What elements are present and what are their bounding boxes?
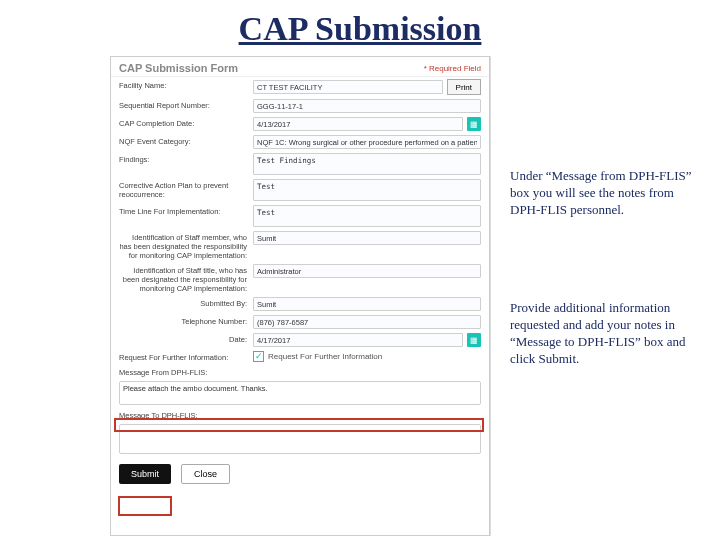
submit-button[interactable]: Submit (119, 464, 171, 484)
compdate-input[interactable] (253, 117, 463, 131)
label-rfi: Request For Further Information: (119, 351, 247, 362)
label-nqf: NQF Event Category: (119, 135, 247, 146)
calendar-icon[interactable]: ▦ (467, 117, 481, 131)
label-date: Date: (119, 333, 247, 344)
rfi-check-label: Request For Further Information (268, 352, 382, 361)
close-button[interactable]: Close (181, 464, 230, 484)
label-stafftitle: Identification of Staff title, who has b… (119, 264, 247, 293)
label-capplan: Corrective Action Plan to prevent reoccu… (119, 179, 247, 199)
label-compdate: CAP Completion Date: (119, 117, 247, 128)
msgfrom-textarea[interactable]: Please attach the ambo document. Thanks. (119, 381, 481, 405)
findings-textarea[interactable]: Test Findings (253, 153, 481, 175)
cap-form-panel: CAP Submission Form * Required Field Fac… (110, 56, 490, 536)
phone-input[interactable] (253, 315, 481, 329)
seq-input[interactable] (253, 99, 481, 113)
label-submittedby: Submitted By: (119, 297, 247, 308)
capplan-textarea[interactable]: Test (253, 179, 481, 201)
label-msgto: Message To DPH-FLIS: (119, 409, 247, 420)
slide-title: CAP Submission (0, 10, 720, 48)
rfi-checkbox[interactable]: ✓ (253, 351, 264, 362)
facility-input[interactable] (253, 80, 443, 94)
timeline-textarea[interactable]: Test (253, 205, 481, 227)
required-label: * Required Field (424, 64, 481, 73)
print-button[interactable]: Print (447, 79, 481, 95)
staff-input[interactable] (253, 231, 481, 245)
label-facility: Facility Name: (119, 79, 247, 90)
vertical-divider (490, 56, 491, 536)
nqf-select[interactable] (253, 135, 481, 149)
label-findings: Findings: (119, 153, 247, 164)
label-staff: Identification of Staff member, who has … (119, 231, 247, 260)
calendar-icon[interactable]: ▦ (467, 333, 481, 347)
label-phone: Telephone Number: (119, 315, 247, 326)
msgto-textarea[interactable] (119, 424, 481, 454)
submittedby-input[interactable] (253, 297, 481, 311)
callout-1: Under “Message from DPH-FLIS” box you wi… (510, 168, 700, 219)
panel-title: CAP Submission Form (119, 62, 238, 74)
callout-2: Provide additional information requested… (510, 300, 700, 368)
label-timeline: Time Line For Implementation: (119, 205, 247, 216)
stafftitle-input[interactable] (253, 264, 481, 278)
date-input[interactable] (253, 333, 463, 347)
label-msgfrom: Message From DPH-FLIS: (119, 366, 247, 377)
label-seq: Sequential Report Number: (119, 99, 247, 110)
